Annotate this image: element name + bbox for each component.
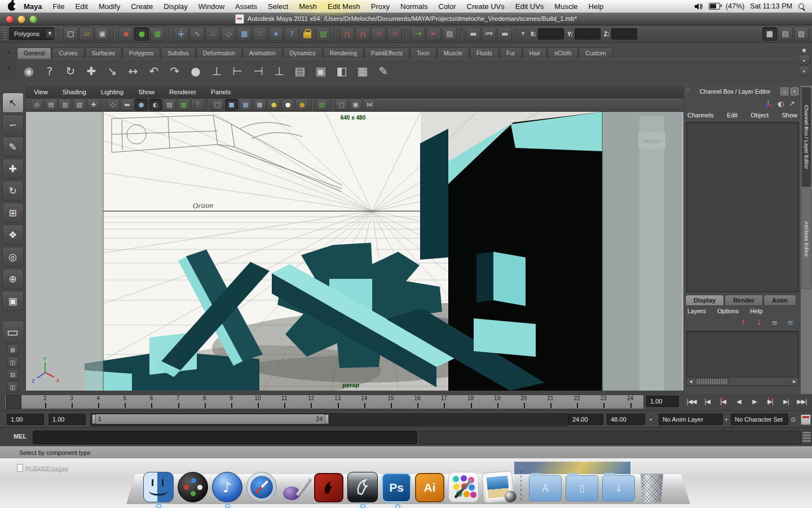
frame-cell[interactable]: 9 bbox=[218, 395, 244, 409]
bookmarks-icon[interactable]: ▥ bbox=[59, 99, 72, 111]
frame-cell[interactable]: 12 bbox=[298, 395, 324, 409]
channel-box-menu-item[interactable]: Show bbox=[782, 112, 797, 119]
layout-persp-outliner-button[interactable]: ◫ bbox=[7, 357, 19, 368]
shelf-menu-icon[interactable]: ▾ bbox=[7, 65, 10, 71]
create-empty-layer-icon[interactable]: ≡ bbox=[768, 316, 782, 329]
poly-cube-texture-icon[interactable]: ▦ bbox=[353, 62, 372, 81]
snap-particles-icon[interactable]: ∗ bbox=[268, 27, 283, 41]
apple-menu-icon[interactable] bbox=[8, 2, 16, 11]
select-by-hierarchy-icon[interactable]: ◆ bbox=[118, 27, 133, 41]
tumble-camera-icon[interactable]: ↻ bbox=[61, 62, 80, 81]
highlight-selection-mode-icon[interactable]: ▧ bbox=[316, 27, 330, 41]
go-to-start-button[interactable]: |◀◀ bbox=[685, 395, 698, 408]
frame-cell[interactable]: 6 bbox=[138, 395, 165, 409]
step-back-frame-button[interactable]: |◀ bbox=[700, 395, 714, 408]
frame-cell[interactable]: 21 bbox=[537, 395, 563, 409]
paint-effects-brush-icon[interactable]: ✎ bbox=[374, 62, 393, 81]
shelf-tab-menu-icon[interactable]: ▾ bbox=[7, 50, 10, 55]
menubar-item[interactable]: Edit bbox=[75, 2, 87, 11]
dock-downloads-folder-icon[interactable]: ↓ bbox=[602, 475, 635, 501]
frame-cell[interactable]: 8 bbox=[191, 395, 218, 409]
layer-editor-menu-item[interactable]: Layers bbox=[687, 308, 706, 314]
menubar-item[interactable]: Edit Mesh bbox=[328, 2, 360, 11]
xray-mode-icon[interactable]: □ bbox=[335, 99, 348, 111]
ambient-lighting-icon[interactable]: ● bbox=[295, 99, 308, 111]
manipulator-axis-icon[interactable] bbox=[764, 99, 773, 108]
select-tool[interactable]: ↖ bbox=[2, 93, 24, 113]
dock-trash-icon[interactable] bbox=[639, 472, 665, 502]
play-backwards-button[interactable]: ◀ bbox=[732, 395, 745, 408]
wireframe-mode-icon[interactable]: ◇ bbox=[107, 99, 120, 111]
scale-tool[interactable]: ⊞ bbox=[2, 203, 24, 223]
close-window-button[interactable] bbox=[6, 15, 14, 23]
zoom-camera-icon[interactable]: ↔ bbox=[123, 62, 143, 81]
play-forwards-button[interactable]: ▶ bbox=[748, 395, 761, 408]
frame-cell[interactable]: 20 bbox=[510, 395, 537, 409]
dock-iphoto-icon[interactable] bbox=[482, 471, 515, 504]
lasso-select-tool[interactable]: ∽ bbox=[2, 115, 24, 135]
frame-cell[interactable]: 19 bbox=[484, 395, 510, 409]
snap-to-curves-icon[interactable]: ∿ bbox=[189, 27, 204, 41]
current-time-field[interactable]: 1.00 bbox=[646, 396, 679, 407]
range-slider-track[interactable]: 1 24 bbox=[90, 413, 568, 426]
playback-start-field[interactable]: 1.00 bbox=[7, 414, 44, 425]
layout-single-pane-button[interactable]: ▭ bbox=[2, 321, 24, 343]
snap-to-grids-icon[interactable]: + bbox=[174, 27, 188, 41]
menubar-item[interactable]: Create bbox=[131, 2, 153, 11]
snap-help-icon[interactable]: ? bbox=[284, 27, 299, 41]
coordinate-input[interactable] bbox=[611, 28, 637, 40]
layer-editor-menu-item[interactable]: Options bbox=[717, 308, 739, 314]
toggle-tool-settings-icon[interactable]: ▤ bbox=[778, 27, 793, 41]
minimize-window-button[interactable] bbox=[17, 15, 25, 23]
new-scene-icon[interactable]: ▢ bbox=[63, 27, 78, 41]
shelf-tab[interactable]: Hair bbox=[523, 47, 547, 59]
dock-itunes-icon[interactable]: ♪ bbox=[212, 472, 242, 502]
scroll-left-icon[interactable]: ◀ bbox=[687, 379, 695, 384]
anim-layer-select[interactable]: No Anim Layer bbox=[659, 414, 723, 425]
outliner-window-icon[interactable]: ▤ bbox=[290, 62, 310, 81]
step-back-key-button[interactable]: |◀ bbox=[716, 395, 730, 408]
frame-cell[interactable]: 14 bbox=[351, 395, 377, 409]
channel-list-area[interactable] bbox=[686, 122, 799, 292]
poly-sphere-project-icon[interactable]: ◧ bbox=[332, 62, 351, 81]
use-default-material-icon[interactable]: ▨ bbox=[163, 99, 176, 111]
dock-applications-folder-icon[interactable]: A bbox=[529, 475, 562, 501]
dock-maya-gray-icon[interactable] bbox=[347, 472, 378, 502]
snap-to-points-icon[interactable]: ∴ bbox=[205, 27, 220, 41]
hierarchy-graph-2-icon[interactable]: ⊢ bbox=[228, 62, 247, 81]
default-lighting-icon[interactable]: ● bbox=[281, 99, 294, 111]
range-slider-bar[interactable]: 1 24 bbox=[92, 414, 329, 424]
input-output-connections-icon[interactable]: ∩ bbox=[371, 27, 386, 41]
zoom-window-button[interactable] bbox=[29, 15, 37, 23]
dock-dashboard-icon[interactable] bbox=[178, 472, 208, 502]
construction-history-icon[interactable]: ▤ bbox=[442, 27, 457, 41]
frame-cell[interactable]: 17 bbox=[431, 395, 457, 409]
frame-cell[interactable]: 2 bbox=[32, 395, 58, 409]
coordinate-input[interactable] bbox=[575, 28, 601, 40]
save-scene-icon[interactable]: ▣ bbox=[95, 27, 109, 41]
show-manipulator-tool[interactable]: ⊕ bbox=[2, 269, 24, 289]
shelf-editor-icon[interactable]: ✱ bbox=[802, 47, 806, 54]
paint-select-tool[interactable]: ✎ bbox=[2, 137, 24, 157]
track-camera-icon[interactable]: ✚ bbox=[82, 62, 101, 81]
image-plane-icon[interactable]: ▧ bbox=[73, 99, 86, 111]
range-end-handle[interactable] bbox=[325, 414, 329, 424]
go-to-end-button[interactable]: ▶▶| bbox=[795, 395, 809, 408]
auto-keyframe-icon[interactable] bbox=[801, 414, 811, 425]
shelf-help-icon[interactable]: ? bbox=[40, 62, 59, 81]
frame-cell[interactable]: 22 bbox=[564, 395, 590, 409]
move-layer-down-icon[interactable]: ↓ bbox=[752, 316, 766, 329]
shelf-tab[interactable]: Deformation bbox=[196, 47, 242, 59]
uv-texture-editor-icon[interactable]: T bbox=[191, 99, 204, 111]
shelf-tab[interactable]: Polygons bbox=[122, 47, 160, 59]
toggle-channel-box-icon[interactable]: ▦ bbox=[762, 27, 777, 41]
frame-cell[interactable]: 24 bbox=[617, 395, 643, 409]
rotate-tool[interactable]: ↻ bbox=[2, 181, 24, 201]
shelf-tab[interactable]: Muscle bbox=[437, 47, 469, 59]
viewport-menu-item[interactable]: Shading bbox=[63, 89, 86, 95]
channel-box-menu-item[interactable]: Object bbox=[751, 112, 769, 119]
battery-icon[interactable] bbox=[709, 3, 720, 10]
shelf-tab[interactable]: Surfaces bbox=[85, 47, 122, 59]
character-set-select[interactable]: No Character Set bbox=[731, 414, 788, 425]
delete-unused-icon[interactable]: ● bbox=[186, 62, 205, 81]
